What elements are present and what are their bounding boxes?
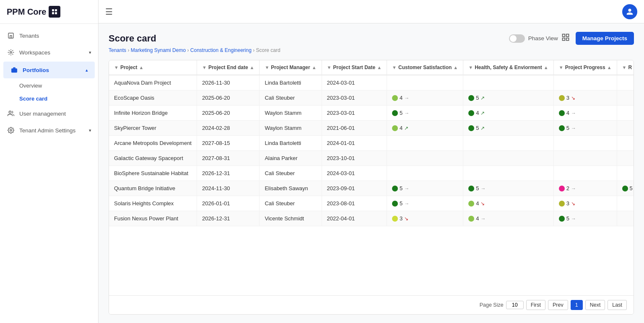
table-row[interactable]: SkyPiercer Tower 2024-02-28 Waylon Stamm… [109, 121, 634, 136]
cell-health-safety: 5 ↗ [463, 121, 554, 136]
hamburger-icon[interactable]: ☰ [105, 7, 113, 17]
col-project[interactable]: ▼ Project ▲ [109, 60, 197, 75]
cell-customer-satisfaction: 5 → [387, 106, 463, 121]
table-row[interactable]: Infinite Horizon Bridge 2025-06-20 Waylo… [109, 106, 634, 121]
app-name: PPM Core [7, 7, 46, 17]
page-content: Score card Phase View Manage Projects Te… [99, 23, 644, 323]
cell-start-date: 2023-03-01 [322, 106, 387, 121]
col-customer-satisfaction[interactable]: ▼ Customer Satisfaction ▲ [387, 60, 463, 75]
col-start-date[interactable]: ▼ Project Start Date ▲ [322, 60, 387, 75]
pagination-first-btn[interactable]: First [526, 300, 545, 310]
sidebar-item-portfolios[interactable]: Portfolios ▴ [3, 62, 95, 78]
page-title: Score card [109, 33, 156, 44]
trend-arrow: → [480, 216, 486, 222]
topbar: ☰ [99, 0, 644, 23]
col-cs-sort-icon: ▲ [453, 65, 458, 70]
page-size-input[interactable] [506, 301, 524, 309]
status-cell: 4 ↗ [392, 125, 458, 131]
cell-project: Fusion Nexus Power Plant [109, 211, 197, 226]
col-start-date-sort-icon: ▲ [377, 65, 382, 70]
cell-customer-satisfaction [387, 75, 463, 90]
col-health-safety[interactable]: ▼ Health, Safety & Enviorment ▲ [463, 60, 554, 75]
status-value: 4 [566, 110, 569, 116]
cell-manager: Waylon Stamm [260, 106, 322, 121]
status-cell: 5 ↗ [468, 95, 548, 101]
grid-view-icon[interactable] [561, 33, 570, 44]
cell-r [617, 106, 634, 121]
cell-project-progress: 2 → [553, 181, 617, 196]
status-dot [559, 110, 565, 116]
sidebar-sub-scorecard[interactable]: Score card [0, 92, 98, 105]
cell-project-progress [553, 166, 617, 181]
sidebar-sub-overview[interactable]: Overview [0, 79, 98, 92]
table-row[interactable]: EcoScape Oasis 2025-06-20 Cali Steuber 2… [109, 90, 634, 106]
manage-projects-button[interactable]: Manage Projects [576, 32, 634, 45]
col-project-progress[interactable]: ▼ Project Progress ▲ [553, 60, 617, 75]
cell-r [617, 121, 634, 136]
table-row[interactable]: Fusion Nexus Power Plant 2026-12-31 Vice… [109, 211, 634, 226]
table-row[interactable]: BioSphere Sustainable Habitat 2026-12-31… [109, 166, 634, 181]
user-avatar[interactable] [622, 4, 637, 19]
settings-icon [7, 126, 15, 134]
cell-project: Quantum Bridge Initiative [109, 181, 197, 196]
cell-end-date: 2025-06-20 [197, 106, 259, 121]
sidebar-item-tenants[interactable]: Tenants [0, 27, 98, 44]
sidebar-item-tenant-admin[interactable]: Tenant Admin Settings ▾ [0, 122, 98, 139]
breadcrumb-tenants[interactable]: Tenants [109, 47, 126, 53]
cell-manager: Cali Steuber [260, 90, 322, 106]
status-dot [468, 125, 474, 131]
cell-project-progress: 5 → [553, 121, 617, 136]
svg-point-5 [10, 52, 12, 53]
pagination-next-btn[interactable]: Next [585, 300, 605, 310]
cell-customer-satisfaction: 3 ↘ [387, 211, 463, 226]
col-manager[interactable]: ▼ Project Manager ▲ [260, 60, 322, 75]
sidebar-nav: Tenants Workspaces ▾ Portfolios ▴ Overvi… [0, 24, 98, 323]
status-value: 2 [566, 185, 569, 191]
status-dot [468, 110, 474, 116]
breadcrumb-construction[interactable]: Construction & Engineering [190, 47, 252, 53]
pagination-last-btn[interactable]: Last [608, 300, 627, 310]
table-row[interactable]: Solaris Heights Complex 2026-01-01 Cali … [109, 196, 634, 211]
phase-view-toggle[interactable] [509, 34, 525, 43]
sidebar-item-user-management[interactable]: User management [0, 105, 98, 122]
trend-arrow: → [571, 125, 576, 131]
cell-r [617, 151, 634, 166]
col-start-date-filter-icon: ▼ [327, 65, 332, 70]
table-row[interactable]: AquaNova Dam Project 2026-11-30 Linda Ba… [109, 75, 634, 90]
trend-arrow: → [404, 201, 409, 207]
trend-arrow: → [404, 95, 409, 101]
status-value: 5 [476, 185, 479, 191]
sidebar-item-workspaces[interactable]: Workspaces ▾ [0, 44, 98, 61]
cell-end-date: 2024-02-28 [197, 121, 259, 136]
svg-rect-3 [55, 12, 57, 14]
pagination-page-1-btn[interactable]: 1 [571, 300, 583, 310]
breadcrumb-marketing[interactable]: Marketing Synami Demo [131, 47, 186, 53]
status-dot [392, 95, 398, 101]
cell-health-safety: 5 ↗ [463, 90, 554, 106]
col-end-date-label: Project End date [208, 65, 248, 70]
pagination-prev-btn[interactable]: Prev [548, 300, 568, 310]
cell-health-safety [463, 136, 554, 151]
status-value: 3 [400, 215, 402, 222]
table-row[interactable]: Galactic Gateway Spaceport 2027-08-31 Al… [109, 151, 634, 166]
status-cell: 5 ↗ [468, 125, 548, 131]
col-start-date-label: Project Start Date [333, 65, 376, 70]
cell-end-date: 2026-12-31 [197, 166, 259, 181]
topbar-right [622, 4, 637, 19]
building-icon [7, 31, 15, 40]
trend-arrow: ↘ [404, 216, 408, 222]
svg-point-7 [9, 111, 11, 113]
status-cell: 4 → [392, 95, 458, 101]
trend-arrow: ↗ [480, 110, 485, 116]
col-cs-label: Customer Satisfaction [398, 65, 452, 70]
col-r[interactable]: ▼ R [617, 60, 634, 75]
col-project-sort-icon: ▲ [139, 65, 144, 70]
col-end-date[interactable]: ▼ Project End date ▲ [197, 60, 259, 75]
table-row[interactable]: Arcane Metropolis Development 2027-08-15… [109, 136, 634, 151]
table-scroll-area[interactable]: ▼ Project ▲ ▼ Project End date ▲ [109, 60, 634, 295]
table-row[interactable]: Quantum Bridge Initiative 2024-11-30 Eli… [109, 181, 634, 196]
grid-icon [7, 48, 15, 57]
status-value: 5 [400, 200, 402, 207]
cell-start-date: 2023-08-01 [322, 196, 387, 211]
col-hs-sort-icon: ▲ [544, 65, 548, 70]
